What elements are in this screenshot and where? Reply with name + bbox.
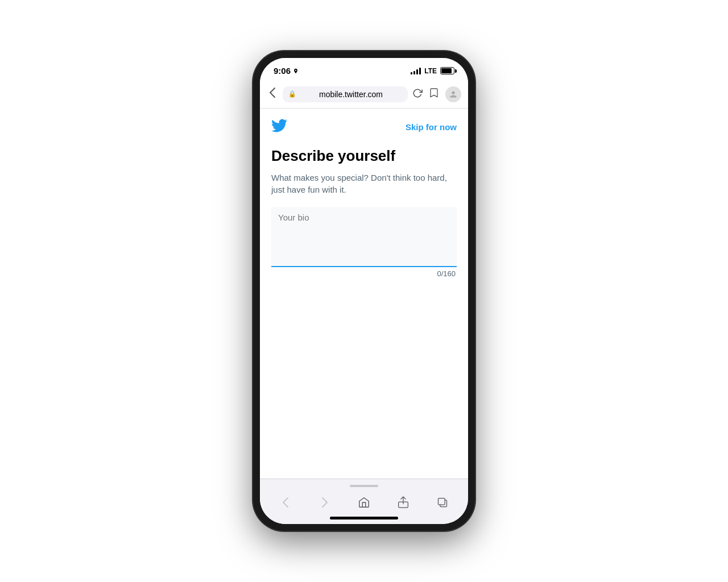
browser-actions xyxy=(412,86,461,102)
bio-textarea[interactable] xyxy=(278,213,450,258)
bio-character-counter: 0/160 xyxy=(271,269,457,278)
bookmark-button[interactable] xyxy=(429,88,439,101)
bio-input-wrapper[interactable] xyxy=(271,207,457,267)
url-bar[interactable]: 🔒 mobile.twitter.com xyxy=(283,86,408,102)
safari-share-button[interactable] xyxy=(391,493,416,512)
safari-bottom-bar xyxy=(260,479,468,524)
safari-home-button[interactable] xyxy=(351,493,377,512)
lock-icon: 🔒 xyxy=(288,90,296,98)
status-bar: 9:06 LTE xyxy=(260,58,468,80)
browser-bar: 🔒 mobile.twitter.com xyxy=(260,80,468,109)
safari-back-button[interactable] xyxy=(273,493,298,512)
battery-icon xyxy=(440,67,454,74)
phone-screen: 9:06 LTE xyxy=(260,58,468,524)
refresh-button[interactable] xyxy=(412,88,423,101)
url-text: mobile.twitter.com xyxy=(300,90,402,99)
skip-for-now-button[interactable]: Skip for now xyxy=(406,122,457,132)
page-body: Describe yourself What makes you special… xyxy=(260,142,468,479)
location-icon xyxy=(293,68,299,74)
user-button[interactable] xyxy=(445,86,461,102)
page-title: Describe yourself xyxy=(271,147,457,165)
safari-nav xyxy=(260,493,468,512)
webpage-content: Skip for now Describe yourself What make… xyxy=(260,109,468,479)
safari-tabs-button[interactable] xyxy=(430,493,455,512)
status-icons: LTE xyxy=(411,67,454,75)
status-time: 9:06 xyxy=(274,66,299,76)
twitter-header: Skip for now xyxy=(260,109,468,142)
svg-rect-1 xyxy=(439,498,445,505)
signal-bars xyxy=(411,68,421,74)
swipe-indicator xyxy=(350,485,378,487)
page-subtitle: What makes you special? Don't think too … xyxy=(271,172,457,196)
home-bar xyxy=(330,517,398,519)
twitter-logo xyxy=(271,118,287,136)
browser-back-button[interactable] xyxy=(267,85,278,103)
safari-forward-button[interactable] xyxy=(312,493,337,512)
phone-device: 9:06 LTE xyxy=(253,51,475,531)
lte-label: LTE xyxy=(424,67,437,75)
